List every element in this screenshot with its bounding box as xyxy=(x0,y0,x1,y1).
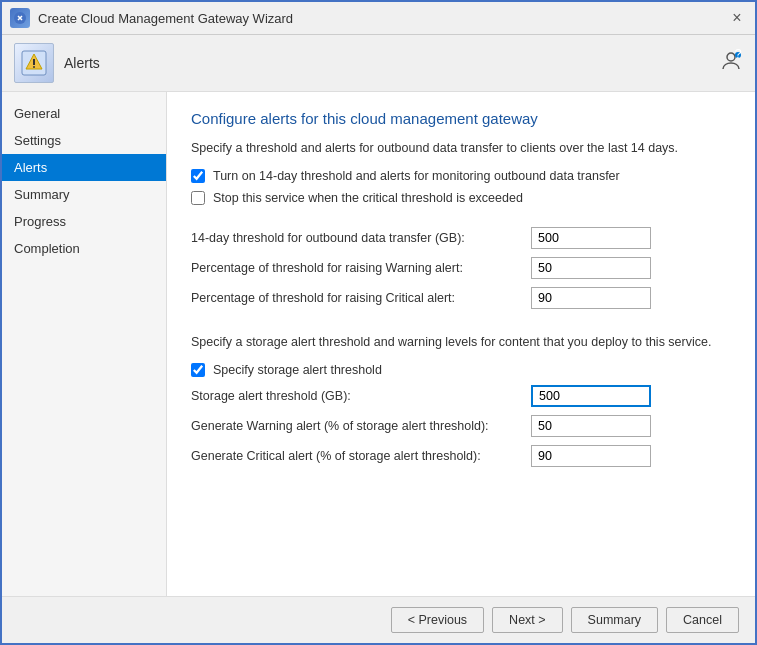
sidebar-item-settings[interactable]: Settings xyxy=(2,127,166,154)
sidebar-item-alerts[interactable]: Alerts xyxy=(2,154,166,181)
user-icon: ? xyxy=(719,49,743,78)
field5-input[interactable] xyxy=(531,415,651,437)
checkbox2-label: Stop this service when the critical thre… xyxy=(213,191,523,205)
sidebar-item-completion[interactable]: Completion xyxy=(2,235,166,262)
section1-description: Specify a threshold and alerts for outbo… xyxy=(191,141,731,155)
checkbox1-label: Turn on 14-day threshold and alerts for … xyxy=(213,169,620,183)
sidebar-item-general[interactable]: General xyxy=(2,100,166,127)
checkbox1-row: Turn on 14-day threshold and alerts for … xyxy=(191,169,731,183)
field5-row: Generate Warning alert (% of storage ale… xyxy=(191,415,731,437)
header-bar: Alerts ? xyxy=(2,35,755,92)
footer: < Previous Next > Summary Cancel xyxy=(2,596,755,643)
alerts-icon xyxy=(14,43,54,83)
svg-point-4 xyxy=(33,66,35,68)
close-button[interactable]: × xyxy=(727,8,747,28)
checkbox1-input[interactable] xyxy=(191,169,205,183)
field3-label: Percentage of threshold for raising Crit… xyxy=(191,291,531,305)
field2-row: Percentage of threshold for raising Warn… xyxy=(191,257,731,279)
cancel-button[interactable]: Cancel xyxy=(666,607,739,633)
field2-input[interactable] xyxy=(531,257,651,279)
sidebar: General Settings Alerts Summary Progress… xyxy=(2,92,167,596)
checkbox2-input[interactable] xyxy=(191,191,205,205)
header-section-title: Alerts xyxy=(64,55,100,71)
checkbox3-row: Specify storage alert threshold xyxy=(191,363,731,377)
summary-button[interactable]: Summary xyxy=(571,607,658,633)
title-bar-left: Create Cloud Management Gateway Wizard xyxy=(10,8,293,28)
sidebar-item-summary[interactable]: Summary xyxy=(2,181,166,208)
field1-label: 14-day threshold for outbound data trans… xyxy=(191,231,531,245)
title-bar: Create Cloud Management Gateway Wizard × xyxy=(2,2,755,35)
field1-input[interactable] xyxy=(531,227,651,249)
sidebar-item-progress[interactable]: Progress xyxy=(2,208,166,235)
field3-row: Percentage of threshold for raising Crit… xyxy=(191,287,731,309)
field6-label: Generate Critical alert (% of storage al… xyxy=(191,449,531,463)
window-title: Create Cloud Management Gateway Wizard xyxy=(38,11,293,26)
field6-row: Generate Critical alert (% of storage al… xyxy=(191,445,731,467)
header-icon-area: Alerts xyxy=(14,43,100,83)
svg-text:?: ? xyxy=(734,49,741,61)
section2-description: Specify a storage alert threshold and wa… xyxy=(191,335,731,349)
window-icon xyxy=(10,8,30,28)
field4-row: Storage alert threshold (GB): xyxy=(191,385,731,407)
main-content: Configure alerts for this cloud manageme… xyxy=(167,92,755,596)
field3-input[interactable] xyxy=(531,287,651,309)
next-button[interactable]: Next > xyxy=(492,607,562,633)
field1-row: 14-day threshold for outbound data trans… xyxy=(191,227,731,249)
field4-input[interactable] xyxy=(531,385,651,407)
field4-label: Storage alert threshold (GB): xyxy=(191,389,531,403)
field2-label: Percentage of threshold for raising Warn… xyxy=(191,261,531,275)
content-area: General Settings Alerts Summary Progress… xyxy=(2,92,755,596)
wizard-window: Create Cloud Management Gateway Wizard ×… xyxy=(0,0,757,645)
previous-button[interactable]: < Previous xyxy=(391,607,484,633)
field6-input[interactable] xyxy=(531,445,651,467)
checkbox3-label: Specify storage alert threshold xyxy=(213,363,382,377)
checkbox3-input[interactable] xyxy=(191,363,205,377)
checkbox2-row: Stop this service when the critical thre… xyxy=(191,191,731,205)
page-title: Configure alerts for this cloud manageme… xyxy=(191,110,731,127)
field5-label: Generate Warning alert (% of storage ale… xyxy=(191,419,531,433)
